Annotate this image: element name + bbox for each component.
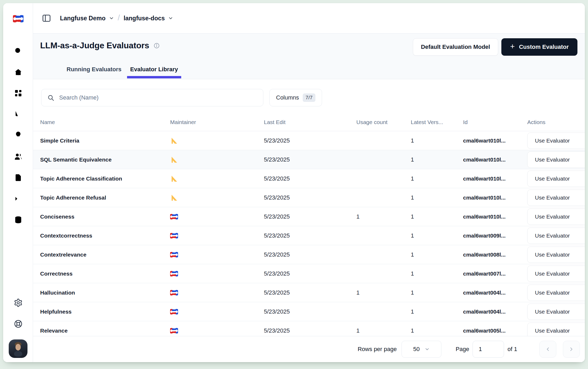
latest-version-cell: 1 (411, 213, 463, 220)
user-menu[interactable] (3, 339, 33, 358)
id-cell: cmal6wart009l... (463, 233, 527, 239)
evaluator-name: Topic Adherence Refusal (40, 195, 170, 201)
table-row[interactable]: Helpfulness 5/23/2025 1 cmal6wart004l...… (33, 302, 585, 321)
chevron-down-icon (424, 347, 430, 352)
table-row[interactable]: Contextrelevance 5/23/2025 1 cmal6wart00… (33, 245, 585, 264)
sidebar-item-settings[interactable] (3, 298, 33, 307)
page-total-label: of 1 (507, 346, 517, 353)
topbar: Langfuse Demo / langfuse-docs (33, 3, 585, 34)
use-evaluator-button[interactable]: Use Evaluator (527, 304, 585, 320)
sidebar-item-home[interactable] (14, 68, 23, 77)
pagination-footer: Rows per page 50 Page of 1 (33, 336, 585, 362)
use-evaluator-button[interactable]: Use Evaluator (527, 152, 585, 168)
latest-version-cell: 1 (411, 289, 463, 296)
page-label: Page (456, 346, 469, 353)
sidebar-nav (3, 46, 33, 224)
default-evaluation-model-button[interactable]: Default Evaluation Model (413, 38, 498, 56)
maintainer-ragas-icon (170, 137, 178, 145)
maintainer-cell (170, 308, 264, 316)
next-page-button[interactable] (563, 341, 580, 358)
sidebar-item-playground-file-code[interactable] (14, 173, 23, 182)
sidebar-item-support[interactable] (3, 319, 33, 328)
use-evaluator-button[interactable]: Use Evaluator (527, 228, 585, 244)
use-evaluator-button[interactable]: Use Evaluator (527, 171, 585, 187)
sidebar-item-tracing-list-tree[interactable] (14, 110, 23, 119)
last-edit-cell: 5/23/2025 (264, 251, 356, 258)
sidebar-toggle-icon[interactable] (41, 13, 52, 23)
table-row[interactable]: Contextcorrectness 5/23/2025 1 cmal6wart… (33, 226, 585, 245)
sidebar-item-search[interactable] (14, 46, 23, 55)
last-edit-cell: 5/23/2025 (264, 175, 356, 182)
use-evaluator-button[interactable]: Use Evaluator (527, 247, 585, 263)
id-cell: cmal6wart010l... (463, 195, 527, 201)
project-switcher[interactable]: langfuse-docs (124, 15, 173, 22)
evaluator-name: Hallucination (40, 290, 170, 296)
use-evaluator-button[interactable]: Use Evaluator (527, 133, 585, 149)
terminal-icon (14, 194, 23, 203)
latest-version-cell: 1 (411, 194, 463, 201)
table-row[interactable]: Conciseness 5/23/2025 1 1 cmal6wart010l.… (33, 207, 585, 226)
column-header-usage-count: Usage count (356, 119, 411, 125)
maintainer-langfuse-icon (170, 308, 178, 316)
maintainer-langfuse-icon (170, 213, 178, 221)
settings-gear-icon (14, 298, 23, 307)
breadcrumb-separator: / (118, 13, 120, 22)
id-cell: cmal6wart004l... (463, 309, 527, 315)
last-edit-cell: 5/23/2025 (264, 308, 356, 315)
info-icon[interactable] (153, 42, 160, 49)
table-row[interactable]: Topic Adherence Refusal 5/23/2025 1 cmal… (33, 188, 585, 207)
maintainer-ragas-icon (170, 175, 178, 183)
playground-file-code-icon (14, 173, 23, 182)
table-row[interactable]: SQL Semantic Equivalence 5/23/2025 1 cma… (33, 150, 585, 169)
last-edit-cell: 5/23/2025 (264, 327, 356, 334)
sidebar-item-lightbulb[interactable] (14, 131, 23, 140)
sidebar-item-users[interactable] (14, 152, 23, 161)
column-header-latest-version: Latest Vers... (411, 119, 463, 125)
avatar[interactable] (9, 339, 27, 358)
use-evaluator-button[interactable]: Use Evaluator (527, 266, 585, 282)
maintainer-ragas-icon (170, 156, 178, 164)
org-switcher[interactable]: Langfuse Demo (60, 15, 114, 22)
tab-evaluator-library[interactable]: Evaluator Library (127, 66, 181, 78)
tracing-list-tree-icon (14, 110, 23, 119)
latest-version-cell: 1 (411, 308, 463, 315)
use-evaluator-button[interactable]: Use Evaluator (527, 285, 585, 301)
langfuse-logo-icon[interactable] (13, 13, 24, 25)
use-evaluator-button[interactable]: Use Evaluator (527, 323, 585, 336)
page-header: LLM-as-a-Judge Evaluators Default Evalua… (33, 34, 585, 79)
maintainer-langfuse-icon (170, 270, 178, 278)
use-evaluator-button[interactable]: Use Evaluator (527, 209, 585, 225)
table-row[interactable]: Hallucination 5/23/2025 1 1 cmal6wart004… (33, 283, 585, 302)
rows-per-page-select[interactable]: 50 (402, 341, 441, 358)
latest-version-cell: 1 (411, 137, 463, 144)
sidebar-item-dashboard-grid[interactable] (14, 89, 23, 98)
use-evaluator-button[interactable]: Use Evaluator (527, 190, 585, 206)
support-lifebuoy-icon (14, 319, 23, 328)
table-row[interactable]: Correctness 5/23/2025 1 cmal6wart007l...… (33, 264, 585, 283)
plus-icon: + (510, 42, 515, 50)
page-number-input[interactable] (473, 341, 504, 358)
table-row[interactable]: Topic Adherence Classification 5/23/2025… (33, 169, 585, 188)
maintainer-cell (170, 137, 264, 145)
tab-bar: Running Evaluators Evaluator Library (63, 66, 181, 78)
evaluator-name: Relevance (40, 328, 170, 334)
id-cell: cmal6wart010l... (463, 138, 527, 144)
previous-page-button[interactable] (539, 341, 556, 358)
sidebar-item-datasets-database[interactable] (14, 215, 23, 224)
last-edit-cell: 5/23/2025 (264, 194, 356, 201)
search-box (41, 89, 263, 106)
column-header-actions: Actions (527, 119, 585, 125)
evaluator-name: Helpfulness (40, 309, 170, 315)
chevron-right-icon (568, 346, 574, 352)
chevron-down-icon (168, 16, 173, 21)
table-row[interactable]: Relevance 5/23/2025 1 1 cmal6wart005l...… (33, 321, 585, 336)
columns-button[interactable]: Columns 7/7 (269, 89, 322, 106)
latest-version-cell: 1 (411, 327, 463, 334)
tab-running-evaluators[interactable]: Running Evaluators (63, 66, 125, 78)
custom-evaluator-button[interactable]: + Custom Evaluator (501, 38, 577, 56)
sidebar-item-terminal[interactable] (14, 194, 23, 203)
search-input[interactable] (59, 94, 244, 101)
id-cell: cmal6wart004l... (463, 290, 527, 296)
evaluator-name: Contextcorrectness (40, 233, 170, 239)
table-row[interactable]: Simple Criteria 5/23/2025 1 cmal6wart010… (33, 131, 585, 150)
